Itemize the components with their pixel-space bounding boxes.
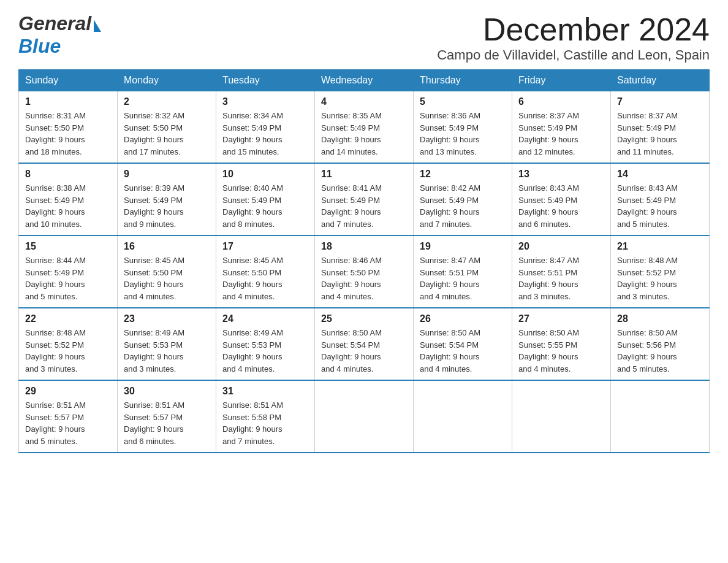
month-title: December 2024: [437, 12, 710, 47]
table-row: 13Sunrise: 8:43 AMSunset: 5:49 PMDayligh…: [512, 163, 611, 236]
day-info: Sunrise: 8:51 AMSunset: 5:57 PMDaylight:…: [124, 399, 210, 447]
day-number: 6: [518, 96, 604, 107]
table-row: 11Sunrise: 8:41 AMSunset: 5:49 PMDayligh…: [315, 163, 414, 236]
day-info: Sunrise: 8:47 AMSunset: 5:51 PMDaylight:…: [518, 255, 604, 302]
table-row: [512, 380, 611, 453]
table-row: 28Sunrise: 8:50 AMSunset: 5:56 PMDayligh…: [611, 308, 710, 380]
day-number: 17: [222, 241, 308, 252]
table-row: [315, 380, 414, 453]
day-number: 13: [518, 169, 604, 180]
table-row: 30Sunrise: 8:51 AMSunset: 5:57 PMDayligh…: [118, 380, 216, 453]
col-monday: Monday: [118, 70, 216, 91]
table-row: 1Sunrise: 8:31 AMSunset: 5:50 PMDaylight…: [19, 91, 118, 164]
table-row: 25Sunrise: 8:50 AMSunset: 5:54 PMDayligh…: [315, 308, 414, 380]
logo-triangle-icon: [94, 20, 101, 32]
col-saturday: Saturday: [611, 70, 710, 91]
calendar-week-row: 29Sunrise: 8:51 AMSunset: 5:57 PMDayligh…: [19, 380, 710, 453]
day-number: 20: [518, 241, 604, 252]
day-info: Sunrise: 8:41 AMSunset: 5:49 PMDaylight:…: [321, 182, 407, 230]
day-number: 18: [321, 241, 407, 252]
table-row: 24Sunrise: 8:49 AMSunset: 5:53 PMDayligh…: [216, 308, 315, 380]
day-number: 5: [420, 96, 506, 107]
day-number: 30: [124, 386, 210, 397]
location-title: Campo de Villavidel, Castille and Leon, …: [437, 47, 710, 63]
day-number: 15: [25, 241, 111, 252]
day-info: Sunrise: 8:40 AMSunset: 5:49 PMDaylight:…: [222, 182, 308, 230]
day-number: 29: [25, 386, 111, 397]
calendar-week-row: 15Sunrise: 8:44 AMSunset: 5:49 PMDayligh…: [19, 236, 710, 308]
day-number: 25: [321, 313, 407, 324]
table-row: 19Sunrise: 8:47 AMSunset: 5:51 PMDayligh…: [414, 236, 512, 308]
calendar-week-row: 8Sunrise: 8:38 AMSunset: 5:49 PMDaylight…: [19, 163, 710, 236]
day-info: Sunrise: 8:50 AMSunset: 5:54 PMDaylight:…: [321, 327, 407, 375]
day-info: Sunrise: 8:51 AMSunset: 5:57 PMDaylight:…: [25, 399, 111, 447]
day-info: Sunrise: 8:47 AMSunset: 5:51 PMDaylight:…: [420, 255, 506, 302]
day-number: 24: [222, 313, 308, 324]
day-number: 9: [124, 169, 210, 180]
day-number: 22: [25, 313, 111, 324]
table-row: 7Sunrise: 8:37 AMSunset: 5:49 PMDaylight…: [611, 91, 710, 164]
table-row: 21Sunrise: 8:48 AMSunset: 5:52 PMDayligh…: [611, 236, 710, 308]
calendar-header-row: Sunday Monday Tuesday Wednesday Thursday…: [19, 70, 710, 91]
day-info: Sunrise: 8:48 AMSunset: 5:52 PMDaylight:…: [617, 255, 703, 302]
calendar-week-row: 1Sunrise: 8:31 AMSunset: 5:50 PMDaylight…: [19, 91, 710, 164]
day-number: 3: [222, 96, 308, 107]
day-info: Sunrise: 8:39 AMSunset: 5:49 PMDaylight:…: [124, 182, 210, 230]
day-number: 21: [617, 241, 703, 252]
col-sunday: Sunday: [19, 70, 118, 91]
table-row: 2Sunrise: 8:32 AMSunset: 5:50 PMDaylight…: [118, 91, 216, 164]
day-info: Sunrise: 8:50 AMSunset: 5:55 PMDaylight:…: [518, 327, 604, 375]
day-number: 19: [420, 241, 506, 252]
table-row: [611, 380, 710, 453]
table-row: 17Sunrise: 8:45 AMSunset: 5:50 PMDayligh…: [216, 236, 315, 308]
table-row: 18Sunrise: 8:46 AMSunset: 5:50 PMDayligh…: [315, 236, 414, 308]
day-number: 27: [518, 313, 604, 324]
day-info: Sunrise: 8:43 AMSunset: 5:49 PMDaylight:…: [617, 182, 703, 230]
day-info: Sunrise: 8:43 AMSunset: 5:49 PMDaylight:…: [518, 182, 604, 230]
day-info: Sunrise: 8:31 AMSunset: 5:50 PMDaylight:…: [25, 110, 111, 158]
day-info: Sunrise: 8:38 AMSunset: 5:49 PMDaylight:…: [25, 182, 111, 230]
day-info: Sunrise: 8:45 AMSunset: 5:50 PMDaylight:…: [124, 255, 210, 302]
table-row: 6Sunrise: 8:37 AMSunset: 5:49 PMDaylight…: [512, 91, 611, 164]
day-number: 8: [25, 169, 111, 180]
day-info: Sunrise: 8:42 AMSunset: 5:49 PMDaylight:…: [420, 182, 506, 230]
day-number: 23: [124, 313, 210, 324]
day-number: 14: [617, 169, 703, 180]
title-section: December 2024 Campo de Villavidel, Casti…: [437, 12, 710, 63]
page-header: General Blue December 2024 Campo de Vill…: [18, 12, 710, 63]
calendar-week-row: 22Sunrise: 8:48 AMSunset: 5:52 PMDayligh…: [19, 308, 710, 380]
table-row: 8Sunrise: 8:38 AMSunset: 5:49 PMDaylight…: [19, 163, 118, 236]
day-info: Sunrise: 8:49 AMSunset: 5:53 PMDaylight:…: [124, 327, 210, 375]
day-info: Sunrise: 8:49 AMSunset: 5:53 PMDaylight:…: [222, 327, 308, 375]
day-info: Sunrise: 8:50 AMSunset: 5:54 PMDaylight:…: [420, 327, 506, 375]
table-row: 26Sunrise: 8:50 AMSunset: 5:54 PMDayligh…: [414, 308, 512, 380]
table-row: 3Sunrise: 8:34 AMSunset: 5:49 PMDaylight…: [216, 91, 315, 164]
table-row: 9Sunrise: 8:39 AMSunset: 5:49 PMDaylight…: [118, 163, 216, 236]
day-info: Sunrise: 8:34 AMSunset: 5:49 PMDaylight:…: [222, 110, 308, 158]
table-row: 27Sunrise: 8:50 AMSunset: 5:55 PMDayligh…: [512, 308, 611, 380]
table-row: 5Sunrise: 8:36 AMSunset: 5:49 PMDaylight…: [414, 91, 512, 164]
table-row: 20Sunrise: 8:47 AMSunset: 5:51 PMDayligh…: [512, 236, 611, 308]
table-row: 14Sunrise: 8:43 AMSunset: 5:49 PMDayligh…: [611, 163, 710, 236]
day-number: 26: [420, 313, 506, 324]
calendar-table: Sunday Monday Tuesday Wednesday Thursday…: [18, 69, 710, 453]
day-number: 28: [617, 313, 703, 324]
table-row: [414, 380, 512, 453]
logo-blue-text: Blue: [18, 35, 61, 57]
day-number: 7: [617, 96, 703, 107]
day-number: 2: [124, 96, 210, 107]
day-number: 4: [321, 96, 407, 107]
col-friday: Friday: [512, 70, 611, 91]
day-info: Sunrise: 8:48 AMSunset: 5:52 PMDaylight:…: [25, 327, 111, 375]
logo: General Blue: [18, 12, 101, 58]
col-tuesday: Tuesday: [216, 70, 315, 91]
table-row: 16Sunrise: 8:45 AMSunset: 5:50 PMDayligh…: [118, 236, 216, 308]
col-wednesday: Wednesday: [315, 70, 414, 91]
table-row: 31Sunrise: 8:51 AMSunset: 5:58 PMDayligh…: [216, 380, 315, 453]
table-row: 10Sunrise: 8:40 AMSunset: 5:49 PMDayligh…: [216, 163, 315, 236]
day-info: Sunrise: 8:51 AMSunset: 5:58 PMDaylight:…: [222, 399, 308, 447]
day-number: 31: [222, 386, 308, 397]
day-number: 10: [222, 169, 308, 180]
day-info: Sunrise: 8:50 AMSunset: 5:56 PMDaylight:…: [617, 327, 703, 375]
day-info: Sunrise: 8:37 AMSunset: 5:49 PMDaylight:…: [617, 110, 703, 158]
